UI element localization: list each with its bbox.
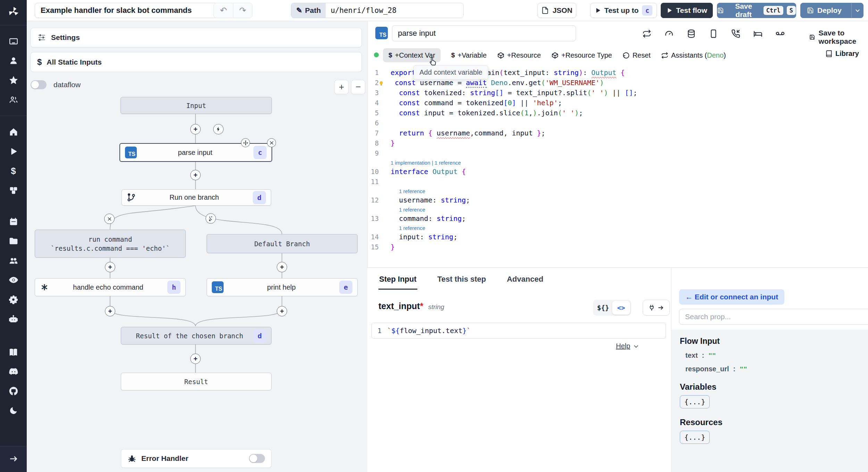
json-button[interactable]: JSON <box>537 3 576 18</box>
prop-row-text[interactable]: text : "" <box>685 351 860 359</box>
save-draft-button[interactable]: Save draft Ctrl S <box>717 3 796 18</box>
settings-icon[interactable] <box>7 292 20 306</box>
add-resource-type-button[interactable]: +Resource Type <box>551 48 612 62</box>
codelens-link[interactable]: 1 reference <box>399 225 425 231</box>
add-step-button[interactable]: + <box>190 170 201 180</box>
voicemail-icon[interactable] <box>775 29 785 39</box>
all-static-inputs-button[interactable]: $ All Static Inputs <box>31 52 362 72</box>
test-up-to-button[interactable]: Test up to c <box>590 3 657 18</box>
home-icon[interactable] <box>7 125 20 139</box>
code-editor[interactable]: 1export async function main(text_input: … <box>368 67 868 252</box>
smartphone-icon[interactable] <box>709 29 718 39</box>
tab-step-input[interactable]: Step Input <box>378 271 417 290</box>
node-parse-input[interactable]: TS parse input c <box>119 143 272 162</box>
code-line: 13 command: string; <box>368 213 868 223</box>
user-icon[interactable] <box>7 54 20 68</box>
add-step-button[interactable]: + <box>277 306 287 316</box>
error-handler-toggle[interactable] <box>249 454 265 463</box>
windmill-logo-icon[interactable] <box>7 5 20 19</box>
schedules-icon[interactable] <box>7 215 20 229</box>
path-input[interactable] <box>326 3 463 18</box>
code-mode-button[interactable]: <> <box>612 301 630 315</box>
expression-input[interactable]: 1 `${flow_input.text}` <box>372 323 666 339</box>
add-resource-button[interactable]: +Resource <box>497 48 541 62</box>
variables-expand-chip[interactable]: {...} <box>680 395 710 408</box>
phone-incoming-icon[interactable] <box>731 29 741 39</box>
zoom-out-button[interactable]: − <box>351 80 365 94</box>
save-to-workspace-button[interactable]: Save to workspace <box>809 29 868 45</box>
dataflow-toggle[interactable] <box>31 80 47 89</box>
json-mode-button[interactable]: ${} <box>594 304 612 312</box>
node-input[interactable]: Input <box>120 97 272 114</box>
typescript-badge: TS <box>125 147 137 158</box>
variables-icon[interactable]: $ <box>7 164 20 178</box>
bed-icon[interactable] <box>753 29 763 39</box>
apps-icon[interactable] <box>7 34 20 48</box>
add-step-button[interactable]: + <box>190 124 201 134</box>
resources-expand-chip[interactable]: {...} <box>680 431 710 444</box>
add-step-button[interactable]: + <box>277 262 287 272</box>
discord-icon[interactable] <box>7 365 20 379</box>
code-token: get <box>528 78 541 87</box>
repeat-icon[interactable] <box>642 29 652 39</box>
deploy-dropdown-caret[interactable] <box>851 3 863 18</box>
dark-mode-icon[interactable] <box>7 404 20 417</box>
tab-advanced[interactable]: Advanced <box>506 271 544 290</box>
add-step-button[interactable]: + <box>190 354 201 364</box>
assistants-button[interactable]: Assistants (Deno) <box>661 48 726 62</box>
runs-icon[interactable] <box>7 144 20 158</box>
database-icon[interactable] <box>686 29 696 39</box>
node-branch-run-command[interactable]: run command `results.c.command === 'echo… <box>35 230 186 258</box>
code-line: 10interface Output { <box>368 166 868 176</box>
node-handle-echo-command[interactable]: handle echo command h <box>35 278 186 296</box>
expand-sidebar-icon[interactable] <box>7 452 20 466</box>
remove-branch-button[interactable] <box>104 214 115 224</box>
line-number: 5 <box>368 109 384 117</box>
trigger-bolt-button[interactable] <box>213 124 224 134</box>
codelens-link[interactable]: 1 implementation | 1 reference <box>391 160 461 166</box>
star-icon[interactable] <box>7 73 20 87</box>
delete-step-button[interactable] <box>267 138 276 147</box>
node-run-one-branch[interactable]: Run one branch d <box>122 189 271 206</box>
test-flow-button[interactable]: Test flow <box>661 3 713 18</box>
deploy-button[interactable]: Deploy <box>800 3 863 18</box>
error-handler-card[interactable]: Error Handler <box>121 449 272 468</box>
reset-button[interactable]: Reset <box>623 48 651 62</box>
docs-icon[interactable] <box>7 345 20 359</box>
workers-icon[interactable] <box>7 312 20 326</box>
resources-icon[interactable] <box>7 183 20 197</box>
add-step-button[interactable]: + <box>105 262 115 272</box>
gauge-icon[interactable] <box>664 29 674 39</box>
edit-or-connect-button[interactable]: ← Edit or connect an input <box>679 289 784 305</box>
node-print-help[interactable]: TS print help e <box>207 278 358 296</box>
users-icon[interactable] <box>7 93 20 107</box>
library-button[interactable]: Library <box>825 50 859 58</box>
bug-icon <box>127 454 136 463</box>
audit-logs-icon[interactable] <box>7 273 20 287</box>
prop-row-response-url[interactable]: response_url : "" <box>685 365 860 373</box>
step-name-input[interactable] <box>392 25 576 41</box>
search-prop-input[interactable] <box>679 309 868 325</box>
undo-button[interactable]: ↶ <box>214 3 233 18</box>
connect-input-button[interactable] <box>643 300 670 316</box>
flow-settings-button[interactable]: Settings <box>31 28 362 47</box>
codelens-link[interactable]: 1 reference <box>399 207 425 213</box>
add-step-button[interactable]: + <box>105 306 115 316</box>
node-default-branch[interactable]: Default Branch <box>207 234 358 253</box>
node-result[interactable]: Result <box>121 373 272 390</box>
help-link[interactable]: Help <box>616 342 639 350</box>
node-result-of-chosen-branch[interactable]: Result of the chosen branch d <box>121 327 272 345</box>
zoom-in-button[interactable]: + <box>334 80 349 94</box>
codelens-link[interactable]: 1 reference <box>399 188 425 194</box>
redo-button[interactable]: ↷ <box>233 3 252 18</box>
github-icon[interactable] <box>7 384 20 398</box>
code-token: || <box>608 89 625 97</box>
tab-test-this-step[interactable]: Test this step <box>437 271 487 290</box>
groups-icon[interactable] <box>7 254 20 267</box>
folders-icon[interactable] <box>7 234 20 248</box>
add-branch-button[interactable] <box>206 213 216 224</box>
code-token: input <box>512 129 533 137</box>
add-variable-button[interactable]: $ +Variable <box>451 48 486 62</box>
move-step-button[interactable] <box>241 138 250 147</box>
flow-title-input[interactable] <box>35 3 224 18</box>
